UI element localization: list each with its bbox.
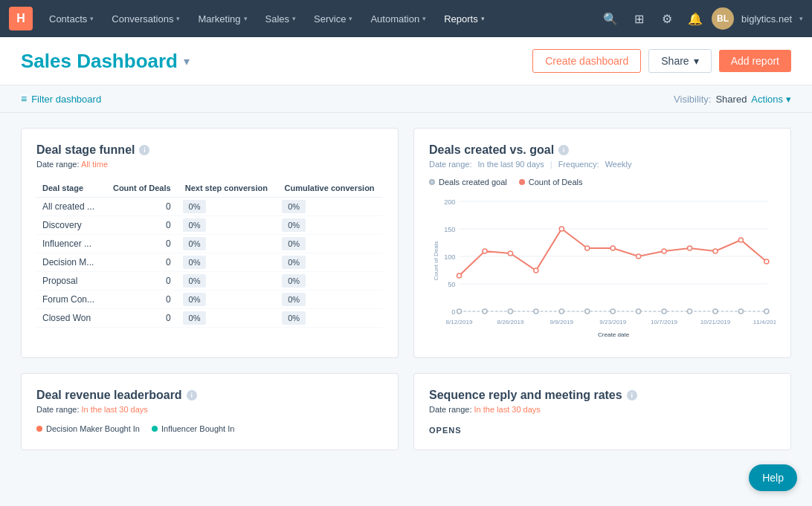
table-row: Decision M... 0 0% 0% [36,253,383,272]
conversations-chevron-icon: ▾ [176,15,180,22]
create-dashboard-button[interactable]: Create dashboard [532,49,641,73]
account-name[interactable]: biglytics.net [738,13,795,25]
svg-point-22 [713,249,718,253]
account-chevron-icon: ▾ [799,15,803,22]
svg-point-19 [637,254,641,259]
stage-name: Closed Won [36,309,103,328]
main-content: Deal stage funnel i Date range: All time… [0,113,812,465]
funnel-title: Deal stage funnel i [36,143,383,157]
nav-marketing[interactable]: Marketing ▾ [190,9,254,29]
legend-decision-maker: Decision Maker Bought In [36,424,140,433]
table-row: Influencer ... 0 0% 0% [36,235,383,253]
table-row: Discovery 0 0% 0% [36,216,383,235]
svg-point-17 [585,246,590,250]
legend-count-dot [519,179,525,185]
sequence-reply-card: Sequence reply and meeting rates i Date … [413,373,791,450]
search-icon[interactable]: 🔍 [599,7,622,30]
sales-chevron-icon: ▾ [292,15,296,22]
chart-date-range-label: Date range: [429,160,471,169]
nav-icon-group: 🔍 ⊞ ⚙ 🔔 BL biglytics.net ▾ [599,7,803,30]
next-step-conversion: 0% [177,309,277,328]
svg-point-25 [457,309,461,314]
chart-frequency-label: Frequency: [558,160,599,169]
marketplace-icon[interactable]: ⊞ [627,7,651,30]
svg-point-14 [508,251,512,256]
stage-name: Decision M... [36,253,103,272]
actions-button[interactable]: Actions ▾ [751,94,791,105]
automation-chevron-icon: ▾ [422,15,426,22]
leaderboard-title: Deal revenue leaderboard i [36,389,383,402]
settings-icon[interactable]: ⚙ [655,7,679,30]
stage-count: 0 [103,309,176,328]
svg-point-23 [738,238,743,242]
legend-goal: Deals created goal [429,178,507,186]
svg-text:Create date: Create date [598,331,630,338]
stage-count: 0 [103,291,176,309]
hubspot-logo[interactable]: H [9,7,33,30]
svg-text:150: 150 [444,226,455,233]
cumulative-conversion: 0% [276,291,383,309]
svg-point-37 [764,309,769,314]
svg-text:10/21/2019: 10/21/2019 [700,319,731,325]
nav-conversations[interactable]: Conversations ▾ [104,9,187,29]
table-row: Closed Won 0 0% 0% [36,309,383,328]
svg-text:10/7/2019: 10/7/2019 [651,319,678,325]
stage-name: Proposal [36,272,103,291]
nav-contacts[interactable]: Contacts ▾ [42,9,101,29]
funnel-table: Deal stage Count of Deals Next step conv… [36,179,383,328]
cumulative-conversion: 0% [276,272,383,291]
nav-service[interactable]: Service ▾ [306,9,360,29]
reports-chevron-icon: ▾ [481,15,485,22]
chart-meta: Date range: In the last 90 days | Freque… [429,160,776,169]
svg-text:Count of Deals: Count of Deals [433,241,439,281]
svg-point-32 [637,309,641,314]
svg-point-15 [534,268,538,273]
service-chevron-icon: ▾ [349,15,352,22]
col-count: Count of Deals [103,179,176,198]
next-step-conversion: 0% [177,291,277,309]
leaderboard-legend: Decision Maker Bought In Influencer Boug… [36,424,383,433]
avatar[interactable]: BL [712,7,734,30]
influencer-dot [152,426,158,432]
stage-count: 0 [103,198,176,216]
marketing-chevron-icon: ▾ [244,15,248,22]
sequence-info-icon[interactable]: i [627,390,637,400]
svg-point-24 [764,259,769,264]
actions-chevron-icon: ▾ [786,94,791,105]
svg-point-29 [559,309,564,314]
cumulative-conversion: 0% [276,198,383,216]
title-group: Sales Dashboard ▾ [21,50,190,73]
svg-point-31 [610,309,615,314]
chart-svg: 200 150 100 50 0 Count of Deals [429,194,776,343]
filter-dashboard-button[interactable]: ≡ Filter dashboard [21,93,101,105]
svg-text:11/4/2019: 11/4/2019 [753,319,776,325]
share-chevron-icon: ▾ [694,55,699,67]
chart-title: Deals created vs. goal i [429,143,776,157]
svg-point-30 [585,309,590,314]
title-dropdown-icon[interactable]: ▾ [184,54,190,68]
opens-label: OPENS [429,426,776,435]
nav-sales[interactable]: Sales ▾ [258,9,304,29]
deals-chart-card: Deals created vs. goal i Date range: In … [413,128,791,358]
chart-info-icon[interactable]: i [558,145,569,155]
page-header: Sales Dashboard ▾ Create dashboard Share… [0,37,812,85]
contacts-chevron-icon: ▾ [90,15,94,22]
next-step-conversion: 0% [177,198,277,216]
nav-reports[interactable]: Reports ▾ [436,9,492,29]
filter-bar: ≡ Filter dashboard Visibility: Shared Ac… [0,85,812,113]
share-button[interactable]: Share ▾ [648,49,711,73]
chart-legend: Deals created goal Count of Deals [429,178,776,186]
notifications-icon[interactable]: 🔔 [683,7,707,30]
svg-point-26 [483,309,487,314]
stage-name: Influencer ... [36,235,103,253]
funnel-info-icon[interactable]: i [139,145,149,155]
cumulative-conversion: 0% [276,253,383,272]
add-report-button[interactable]: Add report [719,50,791,72]
svg-text:200: 200 [444,198,455,206]
leaderboard-info-icon[interactable]: i [187,390,197,400]
svg-text:8/26/2019: 8/26/2019 [497,319,524,325]
visibility-group: Visibility: Shared Actions ▾ [674,94,791,105]
legend-influencer: Influencer Bought In [152,424,234,433]
nav-automation[interactable]: Automation ▾ [363,9,434,29]
stage-count: 0 [103,253,176,272]
